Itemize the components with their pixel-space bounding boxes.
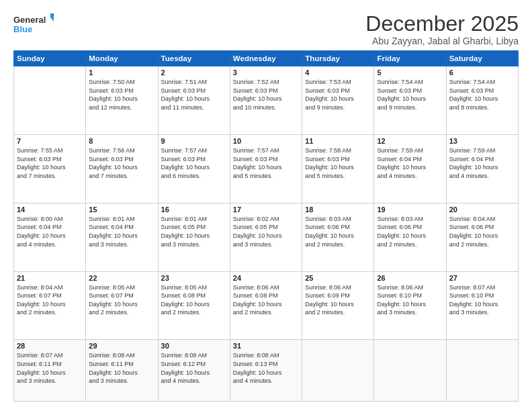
- calendar-cell: 23Sunrise: 8:05 AM Sunset: 6:08 PM Dayli…: [158, 271, 230, 340]
- calendar-cell: 8Sunrise: 7:56 AM Sunset: 6:03 PM Daylig…: [86, 134, 158, 203]
- day-number: 11: [305, 137, 371, 145]
- day-number: 18: [305, 205, 371, 214]
- cell-content: Sunrise: 8:01 AM Sunset: 6:05 PM Dayligh…: [161, 215, 227, 248]
- calendar-cell: [14, 66, 86, 135]
- month-title: December 2025: [365, 12, 519, 36]
- cell-content: Sunrise: 7:54 AM Sunset: 6:03 PM Dayligh…: [377, 78, 443, 111]
- cell-content: Sunrise: 7:55 AM Sunset: 6:03 PM Dayligh…: [17, 146, 83, 180]
- title-block: December 2025 Abu Zayyan, Jabal al Gharb…: [365, 12, 519, 46]
- calendar-cell: 12Sunrise: 7:59 AM Sunset: 6:04 PM Dayli…: [374, 134, 446, 203]
- calendar-week-row: 28Sunrise: 8:07 AM Sunset: 6:11 PM Dayli…: [14, 340, 519, 402]
- calendar-cell: 28Sunrise: 8:07 AM Sunset: 6:11 PM Dayli…: [14, 340, 86, 402]
- day-number: 23: [161, 274, 227, 282]
- day-number: 30: [161, 342, 227, 350]
- cell-content: Sunrise: 8:07 AM Sunset: 6:11 PM Dayligh…: [17, 351, 83, 385]
- cell-content: Sunrise: 8:01 AM Sunset: 6:04 PM Dayligh…: [89, 215, 154, 248]
- calendar-cell: 31Sunrise: 8:08 AM Sunset: 6:13 PM Dayli…: [230, 340, 302, 402]
- cell-content: Sunrise: 8:02 AM Sunset: 6:05 PM Dayligh…: [233, 215, 299, 248]
- logo: General Blue: [13, 12, 54, 38]
- day-number: 10: [233, 137, 299, 145]
- day-number: 3: [233, 68, 299, 77]
- calendar-cell: 15Sunrise: 8:01 AM Sunset: 6:04 PM Dayli…: [86, 203, 158, 271]
- cell-content: Sunrise: 8:06 AM Sunset: 6:09 PM Dayligh…: [305, 283, 371, 317]
- day-number: 9: [161, 137, 227, 145]
- day-header-saturday: Saturday: [446, 51, 518, 66]
- calendar-week-row: 7Sunrise: 7:55 AM Sunset: 6:03 PM Daylig…: [14, 134, 519, 203]
- cell-content: Sunrise: 8:08 AM Sunset: 6:11 PM Dayligh…: [89, 351, 154, 385]
- calendar-cell: 17Sunrise: 8:02 AM Sunset: 6:05 PM Dayli…: [230, 203, 302, 271]
- calendar-cell: 16Sunrise: 8:01 AM Sunset: 6:05 PM Dayli…: [158, 203, 230, 271]
- calendar-header-row: SundayMondayTuesdayWednesdayThursdayFrid…: [14, 51, 519, 66]
- cell-content: Sunrise: 8:03 AM Sunset: 6:06 PM Dayligh…: [377, 215, 443, 248]
- cell-content: Sunrise: 8:04 AM Sunset: 6:07 PM Dayligh…: [17, 283, 83, 317]
- cell-content: Sunrise: 7:54 AM Sunset: 6:03 PM Dayligh…: [449, 78, 515, 111]
- svg-text:General: General: [13, 15, 46, 25]
- calendar-cell: 2Sunrise: 7:51 AM Sunset: 6:03 PM Daylig…: [158, 66, 230, 135]
- day-number: 15: [89, 205, 154, 214]
- cell-content: Sunrise: 8:00 AM Sunset: 6:04 PM Dayligh…: [17, 215, 83, 248]
- calendar-cell: 4Sunrise: 7:53 AM Sunset: 6:03 PM Daylig…: [302, 66, 374, 135]
- day-number: 6: [449, 68, 515, 77]
- calendar-cell: 30Sunrise: 8:08 AM Sunset: 6:12 PM Dayli…: [158, 340, 230, 402]
- calendar-cell: 29Sunrise: 8:08 AM Sunset: 6:11 PM Dayli…: [86, 340, 158, 402]
- calendar-week-row: 1Sunrise: 7:50 AM Sunset: 6:03 PM Daylig…: [14, 66, 519, 135]
- day-number: 20: [449, 205, 515, 214]
- day-number: 26: [377, 274, 443, 282]
- cell-content: Sunrise: 8:08 AM Sunset: 6:12 PM Dayligh…: [161, 351, 227, 385]
- calendar-cell: 7Sunrise: 7:55 AM Sunset: 6:03 PM Daylig…: [14, 134, 86, 203]
- cell-content: Sunrise: 7:57 AM Sunset: 6:03 PM Dayligh…: [233, 146, 299, 180]
- calendar-cell: [374, 340, 446, 402]
- calendar-cell: 27Sunrise: 8:07 AM Sunset: 6:10 PM Dayli…: [446, 271, 518, 340]
- day-number: 25: [305, 274, 371, 282]
- day-number: 5: [377, 68, 443, 77]
- cell-content: Sunrise: 7:51 AM Sunset: 6:03 PM Dayligh…: [161, 78, 227, 111]
- day-number: 2: [161, 68, 227, 77]
- calendar-cell: 25Sunrise: 8:06 AM Sunset: 6:09 PM Dayli…: [302, 271, 374, 340]
- cell-content: Sunrise: 8:06 AM Sunset: 6:08 PM Dayligh…: [233, 283, 299, 317]
- day-number: 17: [233, 205, 299, 214]
- day-number: 16: [161, 205, 227, 214]
- calendar-cell: 13Sunrise: 7:59 AM Sunset: 6:04 PM Dayli…: [446, 134, 518, 203]
- calendar-cell: 18Sunrise: 8:03 AM Sunset: 6:06 PM Dayli…: [302, 203, 374, 271]
- day-number: 31: [233, 342, 299, 350]
- day-number: 7: [17, 137, 83, 145]
- cell-content: Sunrise: 8:06 AM Sunset: 6:10 PM Dayligh…: [377, 283, 443, 317]
- cell-content: Sunrise: 8:08 AM Sunset: 6:13 PM Dayligh…: [233, 351, 299, 385]
- calendar-week-row: 14Sunrise: 8:00 AM Sunset: 6:04 PM Dayli…: [14, 203, 519, 271]
- day-number: 12: [377, 137, 443, 145]
- day-header-friday: Friday: [374, 51, 446, 66]
- cell-content: Sunrise: 7:50 AM Sunset: 6:03 PM Dayligh…: [89, 78, 154, 111]
- cell-content: Sunrise: 8:04 AM Sunset: 6:06 PM Dayligh…: [449, 215, 515, 248]
- cell-content: Sunrise: 8:03 AM Sunset: 6:06 PM Dayligh…: [305, 215, 371, 248]
- day-number: 8: [89, 137, 154, 145]
- calendar-cell: 9Sunrise: 7:57 AM Sunset: 6:03 PM Daylig…: [158, 134, 230, 203]
- day-number: 29: [89, 342, 154, 350]
- cell-content: Sunrise: 8:07 AM Sunset: 6:10 PM Dayligh…: [449, 283, 515, 317]
- svg-text:Blue: Blue: [13, 24, 32, 34]
- logo-svg: General Blue: [13, 12, 54, 38]
- calendar-cell: [446, 340, 518, 402]
- calendar-cell: 24Sunrise: 8:06 AM Sunset: 6:08 PM Dayli…: [230, 271, 302, 340]
- calendar-table: SundayMondayTuesdayWednesdayThursdayFrid…: [13, 50, 519, 402]
- day-number: 28: [17, 342, 83, 350]
- cell-content: Sunrise: 7:53 AM Sunset: 6:03 PM Dayligh…: [305, 78, 371, 111]
- calendar-cell: 19Sunrise: 8:03 AM Sunset: 6:06 PM Dayli…: [374, 203, 446, 271]
- calendar-week-row: 21Sunrise: 8:04 AM Sunset: 6:07 PM Dayli…: [14, 271, 519, 340]
- day-number: 1: [89, 68, 154, 77]
- calendar-cell: 22Sunrise: 8:05 AM Sunset: 6:07 PM Dayli…: [86, 271, 158, 340]
- calendar-cell: [302, 340, 374, 402]
- cell-content: Sunrise: 7:58 AM Sunset: 6:03 PM Dayligh…: [305, 146, 371, 180]
- calendar-cell: 20Sunrise: 8:04 AM Sunset: 6:06 PM Dayli…: [446, 203, 518, 271]
- day-header-thursday: Thursday: [302, 51, 374, 66]
- day-number: 22: [89, 274, 154, 282]
- calendar-cell: 6Sunrise: 7:54 AM Sunset: 6:03 PM Daylig…: [446, 66, 518, 135]
- day-number: 14: [17, 205, 83, 214]
- day-number: 19: [377, 205, 443, 214]
- day-header-tuesday: Tuesday: [158, 51, 230, 66]
- day-number: 27: [449, 274, 515, 282]
- cell-content: Sunrise: 7:59 AM Sunset: 6:04 PM Dayligh…: [377, 146, 443, 180]
- cell-content: Sunrise: 8:05 AM Sunset: 6:07 PM Dayligh…: [89, 283, 154, 317]
- calendar-cell: 10Sunrise: 7:57 AM Sunset: 6:03 PM Dayli…: [230, 134, 302, 203]
- day-header-sunday: Sunday: [14, 51, 86, 66]
- day-number: 4: [305, 68, 371, 77]
